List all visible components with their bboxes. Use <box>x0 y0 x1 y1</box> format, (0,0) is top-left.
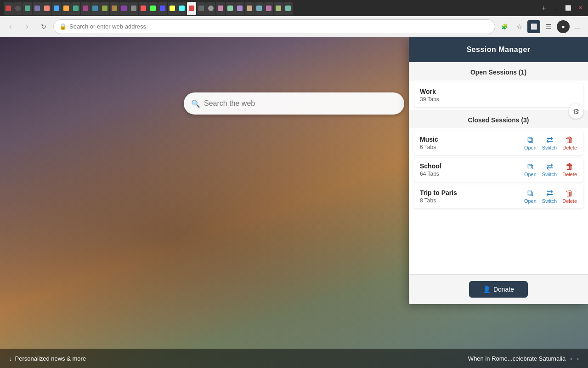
news-button[interactable]: ↓ Personalized news & more <box>9 355 86 362</box>
close-button[interactable]: ✕ <box>576 4 584 12</box>
donate-button[interactable]: 👤 Donate <box>469 281 528 298</box>
switch-paris-icon: ⇄ <box>546 189 553 197</box>
tab-24[interactable] <box>226 2 235 15</box>
lock-icon: 🔒 <box>59 23 67 30</box>
tab-23[interactable] <box>216 2 225 15</box>
refresh-button[interactable]: ↻ <box>37 20 51 34</box>
tab-26[interactable] <box>245 2 254 15</box>
delete-school-button[interactable]: 🗑 Delete <box>562 162 577 177</box>
open-paris-button[interactable]: ⧉ Open <box>524 189 537 204</box>
tab-30[interactable] <box>283 2 293 15</box>
tab-6[interactable] <box>52 2 61 15</box>
switch-music-icon: ⇄ <box>546 136 553 144</box>
tab-2[interactable] <box>13 2 23 15</box>
collections-button[interactable]: ☰ <box>542 20 555 33</box>
maximize-button[interactable]: ⬜ <box>564 4 572 12</box>
tab-28[interactable] <box>264 2 273 15</box>
forward-icon: › <box>26 22 28 31</box>
tab-active[interactable] <box>187 2 196 15</box>
panel-title: Session Manager <box>466 46 530 53</box>
tab-29[interactable] <box>274 2 283 15</box>
window-controls: — ⬜ ✕ <box>552 4 584 12</box>
session-name-work: Work <box>420 88 577 95</box>
open-sessions-title: Open Sessions (1) <box>409 62 588 80</box>
refresh-icon: ↻ <box>41 23 46 30</box>
session-actions-school: ⧉ Open ⇄ Switch 🗑 Delete <box>524 162 577 177</box>
minimize-button[interactable]: — <box>552 4 560 12</box>
back-button[interactable]: ‹ <box>4 20 17 34</box>
session-tabs-school: 64 Tabs <box>420 171 524 177</box>
address-input[interactable] <box>69 23 489 30</box>
profile-avatar[interactable]: ● <box>557 20 570 33</box>
tab-8[interactable] <box>71 2 80 15</box>
delete-school-label: Delete <box>562 172 577 177</box>
tab-10[interactable] <box>90 2 100 15</box>
gear-icon: ⚙ <box>573 107 579 116</box>
address-bar[interactable]: 🔒 <box>53 19 495 34</box>
tab-21[interactable] <box>197 2 206 15</box>
tab-4[interactable] <box>33 2 42 15</box>
delete-paris-label: Delete <box>562 198 577 204</box>
session-tabs-work: 39 Tabs <box>420 96 577 103</box>
search-input[interactable] <box>204 99 397 108</box>
new-tab-button[interactable]: + <box>537 2 550 15</box>
tab-1[interactable] <box>4 2 13 15</box>
open-music-label: Open <box>524 145 537 150</box>
search-container: 🔍 <box>184 92 404 115</box>
menu-button[interactable]: … <box>571 20 584 33</box>
tab-18[interactable] <box>168 2 177 15</box>
closed-session-paris: Trip to Paris 8 Tabs ⧉ Open ⇄ Switch <box>413 184 583 208</box>
closed-session-music: Music 6 Tabs ⧉ Open ⇄ Switch 🗑 <box>413 131 583 155</box>
donate-icon: 👤 <box>483 286 491 293</box>
open-music-button[interactable]: ⧉ Open <box>524 136 537 150</box>
delete-music-button[interactable]: 🗑 Delete <box>562 136 577 150</box>
tab-11[interactable] <box>100 2 109 15</box>
panel-footer: 👤 Donate <box>409 274 588 304</box>
session-info-paris: Trip to Paris 8 Tabs <box>420 189 524 204</box>
news-arrow-icon: ↓ <box>9 355 12 362</box>
favorites-button[interactable]: ☆ <box>513 20 526 33</box>
tab-22[interactable] <box>206 2 215 15</box>
delete-music-icon: 🗑 <box>565 136 574 144</box>
forward-button[interactable]: › <box>20 20 34 34</box>
open-music-icon: ⧉ <box>527 136 533 144</box>
switch-paris-button[interactable]: ⇄ Switch <box>542 189 557 204</box>
tab-25[interactable] <box>235 2 244 15</box>
tab-3[interactable] <box>23 2 32 15</box>
delete-paris-button[interactable]: 🗑 Delete <box>562 189 577 204</box>
navbar-right: 🧩 ☆ ⬜ ☰ ● … <box>498 20 584 33</box>
tab-manager-button[interactable]: ⬜ <box>527 20 540 33</box>
open-school-icon: ⧉ <box>527 162 533 171</box>
switch-music-button[interactable]: ⇄ Switch <box>542 136 557 150</box>
search-box[interactable]: 🔍 <box>184 92 404 115</box>
tab-5[interactable] <box>42 2 51 15</box>
tab-15[interactable] <box>139 2 148 15</box>
switch-music-label: Switch <box>542 145 557 150</box>
tab-17[interactable] <box>158 2 167 15</box>
tab-27[interactable] <box>254 2 264 15</box>
switch-school-icon: ⇄ <box>546 162 553 171</box>
switch-school-button[interactable]: ⇄ Switch <box>542 162 557 177</box>
open-school-button[interactable]: ⧉ Open <box>524 162 537 177</box>
closed-session-school: School 64 Tabs ⧉ Open ⇄ Switch <box>413 158 583 182</box>
tab-13[interactable] <box>119 2 129 15</box>
open-session-work: Work 39 Tabs <box>413 83 583 107</box>
extensions-button[interactable]: 🧩 <box>498 20 511 33</box>
panel-header: Session Manager <box>409 37 588 62</box>
session-actions-paris: ⧉ Open ⇄ Switch 🗑 Delete <box>524 189 577 204</box>
session-name-music: Music <box>420 136 524 143</box>
tab-12[interactable] <box>110 2 119 15</box>
session-info-work: Work 39 Tabs <box>420 88 577 103</box>
tab-9[interactable] <box>81 2 90 15</box>
tab-14[interactable] <box>129 2 138 15</box>
session-tabs-music: 6 Tabs <box>420 144 524 150</box>
delete-music-label: Delete <box>562 145 577 150</box>
session-panel: ⚙ Session Manager Open Sessions (1) Work… <box>409 37 588 368</box>
tab-7[interactable] <box>62 2 71 15</box>
tab-19[interactable] <box>177 2 187 15</box>
tab-16[interactable] <box>148 2 158 15</box>
back-icon: ‹ <box>9 22 12 31</box>
session-name-paris: Trip to Paris <box>420 189 524 196</box>
switch-paris-label: Switch <box>542 198 557 204</box>
settings-button[interactable]: ⚙ <box>569 104 583 119</box>
